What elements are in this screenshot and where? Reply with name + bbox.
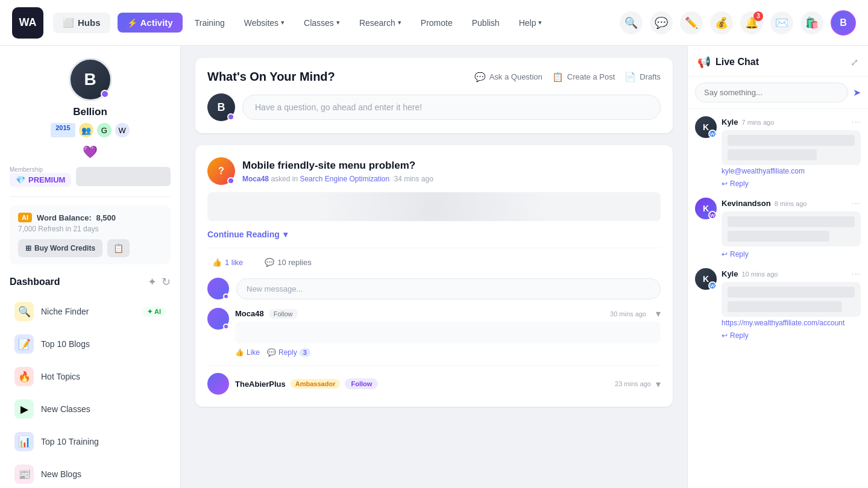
composer-title: What's On Your Mind? [207, 70, 335, 84]
chat-kyle-link-2[interactable]: https://my.wealthyaffiliate.com/account [722, 319, 844, 327]
sidebar-item-top-training[interactable]: 📊 Top 10 Training [10, 426, 171, 457]
chevron-down-icon: ▾ [538, 19, 542, 27]
chat-kyle-name-2: Kyle [722, 269, 738, 278]
sidebar-item-niche-finder[interactable]: 🔍 Niche Finder ✦ AI [10, 296, 171, 327]
follow-button[interactable]: Follow [269, 309, 298, 319]
chat-kyle-time-1: 7 mins ago [741, 119, 774, 126]
replies-button[interactable]: 💬 10 replies [260, 255, 316, 269]
chat-header: 📢 Live Chat ⤢ [688, 46, 868, 77]
dashboard-section: Dashboard ✦ ↻ 🔍 Niche Finder ✦ AI 📝 Top … [10, 275, 171, 488]
profile-name: Bellion [73, 106, 107, 118]
chat-reply-button-1[interactable]: ↩ Reply [722, 180, 749, 188]
comment-collapse-icon[interactable]: ▾ [656, 308, 661, 319]
chat-expand-icon[interactable]: ⤢ [851, 57, 858, 68]
theabier-avatar[interactable] [207, 373, 229, 395]
like-label: Like [247, 348, 260, 357]
theabier-collapse-icon[interactable]: ▾ [656, 378, 661, 390]
composer-actions: 💬 Ask a Question 📋 Create a Post 📄 Draft… [474, 72, 661, 83]
asked-in-text: asked in [271, 175, 298, 183]
comment-reply-button[interactable]: 💬 Reply 3 [267, 348, 310, 357]
like-button[interactable]: 👍 1 like [207, 255, 248, 269]
top-blogs-icon: 📝 [14, 334, 34, 354]
search-button[interactable]: 🔍 [620, 11, 643, 34]
purple-heart-icon: 💜 [83, 145, 98, 159]
post-category-link[interactable]: Search Engine Optimization [300, 175, 389, 183]
sidebar-item-new-classes[interactable]: ▶ New Classes [10, 393, 171, 425]
create-post-button[interactable]: 📋 Create a Post [552, 72, 615, 83]
chat-msg-more-icon-3[interactable]: ⋯ [851, 268, 861, 280]
comment-like-button[interactable]: 👍 Like [235, 348, 260, 357]
messages-button[interactable]: 💬 [650, 11, 673, 34]
comment-author-avatar[interactable] [207, 308, 229, 330]
training-label: Training [195, 18, 225, 28]
chat-msg-more-icon-2[interactable]: ⋯ [851, 198, 861, 209]
chat-send-button[interactable]: ➤ [853, 87, 861, 98]
profile-badges: 2015 👥 G W [51, 123, 129, 137]
theabier-follow-button[interactable]: Follow [345, 378, 378, 389]
reply-arrow-icon: ↩ [722, 331, 728, 340]
chat-kevin-avatar[interactable]: K W [695, 198, 717, 219]
chat-reply-button-3[interactable]: ↩ Reply [722, 331, 749, 340]
continue-reading-button[interactable]: Continue Reading ▾ [207, 230, 661, 239]
chat-kyle-link-1[interactable]: kyle@wealthyaffiliate.com [722, 167, 805, 175]
nav-activity-button[interactable]: ⚡ Activity [118, 13, 183, 33]
logo-area[interactable]: WA [12, 7, 43, 39]
customize-icon[interactable]: ✦ [148, 275, 157, 289]
year-badge: 2015 [51, 123, 75, 137]
nav-link-websites[interactable]: Websites ▾ [236, 13, 293, 33]
top-navigation: WA ⬜ Hubs ⚡ Activity Training Websites ▾… [0, 0, 868, 46]
nav-link-help[interactable]: Help ▾ [511, 13, 551, 33]
premium-badge[interactable]: 💎 PREMIUM [10, 173, 71, 187]
composer-input[interactable]: Have a question, go ahead and enter it h… [242, 95, 661, 120]
premium-label: PREMIUM [28, 175, 65, 184]
nav-link-classes[interactable]: Classes ▾ [295, 13, 348, 33]
reply-label: Reply [278, 348, 297, 357]
new-message-input[interactable]: New message... [236, 278, 661, 299]
wp-badge-icon: W [115, 123, 130, 137]
drafts-icon: 📄 [624, 72, 636, 83]
chat-reply-button-2[interactable]: ↩ Reply [722, 250, 749, 258]
copy-button[interactable]: 📋 [107, 239, 130, 257]
comment-body: Moca48 Follow 30 mins ago ▾ 👍 Like 💬 [235, 308, 661, 357]
sidebar-item-hot-topics[interactable]: 🔥 Hot Topics [10, 361, 171, 392]
post-author-row: ? Mobile friendly-site menu problem? Moc… [207, 157, 661, 185]
buy-word-credits-button[interactable]: ⊞ Buy Word Credits [18, 239, 102, 257]
ai-badge-niche: ✦ AI [142, 307, 166, 317]
post-author-avatar[interactable]: ? [207, 157, 235, 185]
activity-bolt-icon: ⚡ [127, 18, 137, 28]
credits-button[interactable]: 💰 [710, 11, 733, 34]
nav-link-promote[interactable]: Promote [412, 13, 461, 33]
logo[interactable]: WA [12, 7, 43, 39]
chat-kyle-avatar-1[interactable]: K W [695, 116, 717, 138]
chat-kevin-msg-body: Kevinandson 8 mins ago ⋯ ↩ Reply [722, 198, 861, 258]
chat-input[interactable] [695, 83, 848, 102]
profile-avatar[interactable]: B [69, 58, 112, 101]
notifications-button[interactable]: 🔔 3 [740, 11, 763, 34]
nav-link-publish[interactable]: Publish [464, 13, 508, 33]
mail-button[interactable]: ✉️ [770, 11, 793, 34]
nav-hubs-button[interactable]: ⬜ Hubs [53, 13, 110, 33]
refresh-icon[interactable]: ↻ [162, 275, 171, 289]
new-blogs-label: New Blogs [41, 469, 166, 479]
new-message-avatar [207, 278, 229, 299]
sidebar-item-new-blogs[interactable]: 📰 New Blogs [10, 458, 171, 488]
user-avatar-nav[interactable]: B [831, 10, 856, 36]
sidebar-item-top-blogs[interactable]: 📝 Top 10 Blogs [10, 328, 171, 360]
chat-kyle-role-badge-2: W [708, 281, 717, 290]
word-balance-refresh: 7,000 Refresh in 21 days [18, 225, 162, 233]
help-label: Help [519, 18, 536, 28]
chat-kyle-role-badge-1: W [708, 130, 717, 138]
chat-msg-more-icon-1[interactable]: ⋯ [851, 116, 861, 128]
nav-link-research[interactable]: Research ▾ [351, 13, 410, 33]
store-button[interactable]: 🛍️ [800, 11, 823, 34]
drafts-button[interactable]: 📄 Drafts [624, 72, 661, 83]
upgrade-bar[interactable] [76, 167, 171, 186]
post-author-name[interactable]: Moca48 [242, 175, 269, 183]
ask-question-button[interactable]: 💬 Ask a Question [474, 72, 542, 83]
comment-time: 30 mins ago [610, 310, 646, 318]
chat-kyle-avatar-2[interactable]: K W [695, 268, 717, 290]
nav-link-training[interactable]: Training [186, 13, 233, 33]
edit-button[interactable]: ✏️ [680, 11, 703, 34]
membership-text: Membership [10, 166, 71, 173]
reply-count: 3 [300, 348, 310, 357]
